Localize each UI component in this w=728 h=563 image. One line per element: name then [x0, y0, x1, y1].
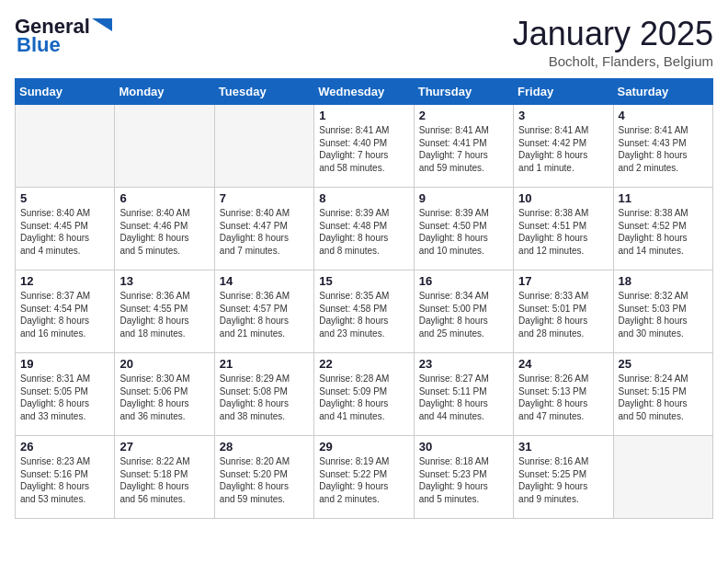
svg-marker-0: [92, 18, 112, 31]
calendar-day: 16Sunrise: 8:34 AM Sunset: 5:00 PM Dayli…: [414, 270, 513, 353]
weekday-header-tuesday: Tuesday: [214, 79, 313, 105]
day-info: Sunrise: 8:38 AM Sunset: 4:52 PM Dayligh…: [619, 207, 708, 257]
calendar-day: 3Sunrise: 8:41 AM Sunset: 4:42 PM Daylig…: [514, 105, 613, 188]
day-info: Sunrise: 8:31 AM Sunset: 5:05 PM Dayligh…: [20, 373, 109, 422]
calendar-day: 24Sunrise: 8:26 AM Sunset: 5:13 PM Dayli…: [514, 353, 613, 436]
day-number: 25: [619, 357, 708, 371]
calendar-day: [613, 436, 712, 519]
day-number: 1: [319, 109, 408, 122]
calendar-day: 23Sunrise: 8:27 AM Sunset: 5:11 PM Dayli…: [414, 353, 513, 436]
calendar-week-1: 1Sunrise: 8:41 AM Sunset: 4:40 PM Daylig…: [16, 105, 713, 188]
day-info: Sunrise: 8:41 AM Sunset: 4:41 PM Dayligh…: [419, 124, 508, 174]
day-info: Sunrise: 8:29 AM Sunset: 5:08 PM Dayligh…: [220, 373, 309, 422]
calendar-day: 14Sunrise: 8:36 AM Sunset: 4:57 PM Dayli…: [214, 270, 313, 353]
calendar-week-4: 19Sunrise: 8:31 AM Sunset: 5:05 PM Dayli…: [16, 353, 713, 436]
calendar-day: 22Sunrise: 8:28 AM Sunset: 5:09 PM Dayli…: [314, 353, 414, 436]
day-number: 19: [20, 357, 109, 371]
day-info: Sunrise: 8:40 AM Sunset: 4:46 PM Dayligh…: [119, 207, 209, 257]
day-info: Sunrise: 8:39 AM Sunset: 4:48 PM Dayligh…: [319, 207, 408, 257]
title-block: January 2025 Bocholt, Flanders, Belgium: [513, 15, 713, 69]
day-number: 29: [319, 440, 408, 454]
day-number: 17: [518, 274, 608, 288]
day-info: Sunrise: 8:16 AM Sunset: 5:25 PM Dayligh…: [518, 455, 608, 505]
day-number: 30: [419, 440, 508, 454]
calendar-day: 21Sunrise: 8:29 AM Sunset: 5:08 PM Dayli…: [214, 353, 313, 436]
day-number: 7: [220, 191, 309, 205]
day-info: Sunrise: 8:28 AM Sunset: 5:09 PM Dayligh…: [319, 373, 408, 422]
day-number: 22: [319, 357, 408, 371]
calendar-day: 27Sunrise: 8:22 AM Sunset: 5:18 PM Dayli…: [115, 436, 214, 519]
day-info: Sunrise: 8:18 AM Sunset: 5:23 PM Dayligh…: [419, 455, 508, 505]
weekday-header-wednesday: Wednesday: [314, 79, 414, 105]
calendar-day: 15Sunrise: 8:35 AM Sunset: 4:58 PM Dayli…: [314, 270, 414, 353]
calendar-day: 11Sunrise: 8:38 AM Sunset: 4:52 PM Dayli…: [613, 188, 712, 270]
day-info: Sunrise: 8:20 AM Sunset: 5:20 PM Dayligh…: [220, 455, 309, 505]
day-number: 11: [619, 191, 708, 205]
weekday-header-thursday: Thursday: [414, 79, 513, 105]
day-info: Sunrise: 8:36 AM Sunset: 4:57 PM Dayligh…: [220, 290, 309, 339]
calendar-day: 7Sunrise: 8:40 AM Sunset: 4:47 PM Daylig…: [214, 188, 313, 270]
day-number: 20: [119, 357, 209, 371]
day-number: 21: [220, 357, 309, 371]
calendar-day: 2Sunrise: 8:41 AM Sunset: 4:41 PM Daylig…: [414, 105, 513, 188]
calendar-day: 20Sunrise: 8:30 AM Sunset: 5:06 PM Dayli…: [115, 353, 214, 436]
day-info: Sunrise: 8:34 AM Sunset: 5:00 PM Dayligh…: [419, 290, 508, 339]
day-info: Sunrise: 8:22 AM Sunset: 5:18 PM Dayligh…: [119, 455, 209, 505]
day-info: Sunrise: 8:41 AM Sunset: 4:43 PM Dayligh…: [619, 124, 708, 174]
calendar-day: 9Sunrise: 8:39 AM Sunset: 4:50 PM Daylig…: [414, 188, 513, 270]
month-title: January 2025: [513, 15, 713, 53]
day-number: 3: [518, 109, 608, 122]
day-number: 4: [619, 109, 708, 122]
calendar-day: 12Sunrise: 8:37 AM Sunset: 4:54 PM Dayli…: [16, 270, 115, 353]
day-info: Sunrise: 8:41 AM Sunset: 4:40 PM Dayligh…: [319, 124, 408, 174]
calendar-day: 1Sunrise: 8:41 AM Sunset: 4:40 PM Daylig…: [314, 105, 414, 188]
day-number: 26: [20, 440, 109, 454]
day-number: 12: [20, 274, 109, 288]
weekday-header-saturday: Saturday: [613, 79, 712, 105]
day-info: Sunrise: 8:27 AM Sunset: 5:11 PM Dayligh…: [419, 373, 508, 422]
day-info: Sunrise: 8:19 AM Sunset: 5:22 PM Dayligh…: [319, 455, 408, 505]
calendar-day: 6Sunrise: 8:40 AM Sunset: 4:46 PM Daylig…: [115, 188, 214, 270]
day-number: 10: [518, 191, 608, 205]
calendar-day: 17Sunrise: 8:33 AM Sunset: 5:01 PM Dayli…: [514, 270, 613, 353]
day-number: 8: [319, 191, 408, 205]
day-info: Sunrise: 8:24 AM Sunset: 5:15 PM Dayligh…: [619, 373, 708, 422]
day-number: 5: [20, 191, 109, 205]
calendar-day: 25Sunrise: 8:24 AM Sunset: 5:15 PM Dayli…: [613, 353, 712, 436]
day-number: 9: [419, 191, 508, 205]
day-number: 16: [419, 274, 508, 288]
calendar-day: 5Sunrise: 8:40 AM Sunset: 4:45 PM Daylig…: [16, 188, 115, 270]
location-subtitle: Bocholt, Flanders, Belgium: [513, 53, 713, 69]
day-info: Sunrise: 8:30 AM Sunset: 5:06 PM Dayligh…: [119, 373, 209, 422]
day-info: Sunrise: 8:33 AM Sunset: 5:01 PM Dayligh…: [518, 290, 608, 339]
day-number: 24: [518, 357, 608, 371]
calendar-day: 28Sunrise: 8:20 AM Sunset: 5:20 PM Dayli…: [214, 436, 313, 519]
calendar-day: 4Sunrise: 8:41 AM Sunset: 4:43 PM Daylig…: [613, 105, 712, 188]
calendar-week-3: 12Sunrise: 8:37 AM Sunset: 4:54 PM Dayli…: [16, 270, 713, 353]
day-info: Sunrise: 8:40 AM Sunset: 4:45 PM Dayligh…: [20, 207, 109, 257]
calendar-day: 10Sunrise: 8:38 AM Sunset: 4:51 PM Dayli…: [514, 188, 613, 270]
page-header: General Blue January 2025 Bocholt, Fland…: [15, 15, 713, 69]
day-info: Sunrise: 8:32 AM Sunset: 5:03 PM Dayligh…: [619, 290, 708, 339]
calendar-day: 13Sunrise: 8:36 AM Sunset: 4:55 PM Dayli…: [115, 270, 214, 353]
calendar-day: 30Sunrise: 8:18 AM Sunset: 5:23 PM Dayli…: [414, 436, 513, 519]
day-number: 31: [518, 440, 608, 454]
day-number: 23: [419, 357, 508, 371]
calendar-day: [115, 105, 214, 188]
logo-blue: Blue: [15, 33, 61, 57]
calendar-day: 18Sunrise: 8:32 AM Sunset: 5:03 PM Dayli…: [613, 270, 712, 353]
weekday-header-row: SundayMondayTuesdayWednesdayThursdayFrid…: [16, 79, 713, 105]
day-info: Sunrise: 8:41 AM Sunset: 4:42 PM Dayligh…: [518, 124, 608, 174]
day-number: 27: [119, 440, 209, 454]
day-info: Sunrise: 8:39 AM Sunset: 4:50 PM Dayligh…: [419, 207, 508, 257]
weekday-header-sunday: Sunday: [16, 79, 115, 105]
logo-flag-icon: [92, 18, 112, 31]
day-info: Sunrise: 8:35 AM Sunset: 4:58 PM Dayligh…: [319, 290, 408, 339]
weekday-header-friday: Friday: [514, 79, 613, 105]
day-info: Sunrise: 8:23 AM Sunset: 5:16 PM Dayligh…: [20, 455, 109, 505]
day-info: Sunrise: 8:37 AM Sunset: 4:54 PM Dayligh…: [20, 290, 109, 339]
calendar-day: [16, 105, 115, 188]
day-number: 14: [220, 274, 309, 288]
calendar-day: 26Sunrise: 8:23 AM Sunset: 5:16 PM Dayli…: [16, 436, 115, 519]
day-number: 15: [319, 274, 408, 288]
